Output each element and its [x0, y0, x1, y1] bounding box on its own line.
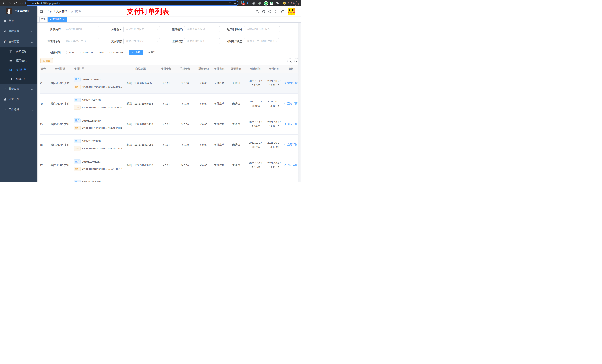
- font-size-icon[interactable]: [279, 7, 286, 16]
- chevron-down-icon: [215, 40, 217, 42]
- pay-order-line: 支付 4200001174202110278060590766: [74, 85, 124, 89]
- search-button[interactable]: 搜索: [129, 50, 143, 55]
- filter-callback-status-select[interactable]: 请选择订单回调商户状态: [244, 38, 279, 44]
- help-icon[interactable]: [267, 7, 273, 16]
- browser-reload-icon[interactable]: [14, 2, 17, 5]
- sidebar-item-system[interactable]: 系统管理: [0, 26, 37, 36]
- hamburger-icon[interactable]: [40, 10, 43, 13]
- filter-channel-code-select[interactable]: 请输入渠道编码: [184, 26, 220, 32]
- tab-pay-order[interactable]: 支付订单 ×: [48, 17, 67, 22]
- breadcrumb-section[interactable]: 支付管理: [56, 10, 67, 13]
- table-row[interactable]: 19 微信 JSAPI 支付 商户 1635311881440 支付 42000…: [40, 114, 298, 135]
- extension-y-icon[interactable]: y: [264, 1, 268, 6]
- filter-label-channel-code: 渠道编码: [164, 26, 183, 32]
- view-detail-link[interactable]: 查看详情: [284, 164, 298, 167]
- cell-id: 19: [40, 114, 49, 135]
- extension-gem-icon[interactable]: [246, 2, 249, 4]
- cell-notify: [226, 176, 247, 182]
- filter-pay-status-select[interactable]: 请选择支付状态: [123, 38, 160, 44]
- cell-id: 16: [40, 176, 49, 182]
- date-end[interactable]: 2021-10-31 23:59:59: [99, 51, 123, 54]
- cell-title: 标题：1635311823086: [124, 135, 157, 155]
- cell-order: 商户 1635311468233 支付 42000011942021102767…: [71, 155, 124, 176]
- extension-flag-icon[interactable]: [270, 2, 273, 5]
- close-tab-icon[interactable]: ×: [63, 18, 65, 21]
- site-info-icon[interactable]: [28, 2, 30, 4]
- filter-merchant-order-no-input[interactable]: 请输入商户订单编号: [244, 26, 280, 32]
- sidebar-item-workflow[interactable]: 工作流程: [0, 104, 37, 115]
- filter-date-range-input[interactable]: 2021-10-01 00:00:00 - 2021-10-31 23:59:5…: [63, 50, 128, 55]
- browser-update-button[interactable]: 更新: [288, 1, 297, 6]
- sidebar-item-payment[interactable]: ¥ 支付管理: [0, 36, 37, 47]
- view-detail-link[interactable]: 查看详情: [284, 143, 298, 146]
- profile-emoji-icon[interactable]: [283, 2, 286, 5]
- table-row[interactable]: 20 微信 JSAPI 支付 商户 1635311949168 支付 42000…: [40, 94, 298, 114]
- cell-notify: 未通知: [226, 135, 247, 155]
- sidebar-item-home[interactable]: 首页: [0, 16, 37, 26]
- col-header-actions: 操作: [284, 65, 298, 73]
- sidebar-logo[interactable]: 芋道管理系统: [0, 7, 37, 16]
- export-button[interactable]: 导出: [40, 58, 53, 63]
- view-detail-link[interactable]: 查看详情: [284, 81, 298, 85]
- cell-fee: [176, 176, 194, 182]
- filter-channel-order-no-input[interactable]: 请输入渠道订单号: [63, 38, 99, 44]
- view-detail-link[interactable]: 查看详情: [284, 102, 298, 105]
- col-header-fee: 手续金额: [176, 65, 194, 73]
- extension-command-icon[interactable]: ⌘: [252, 2, 255, 5]
- browser-back-icon[interactable]: [2, 2, 5, 5]
- scrollbar-gutter[interactable]: [298, 22, 301, 182]
- sidebar-item-infrastructure[interactable]: 基础设施: [0, 84, 37, 94]
- cell-actions: 查看详情: [284, 135, 298, 155]
- breadcrumb-current: 支付订单: [71, 10, 81, 13]
- header-search-icon[interactable]: [254, 7, 260, 16]
- sidebar-item-dev-tools[interactable]: 研发工具: [0, 94, 37, 104]
- merchant-order-no: 1635311468233: [82, 160, 100, 163]
- merchant-tag: 商户: [74, 180, 81, 182]
- sidebar-item-refund-order[interactable]: 退款订单: [0, 74, 37, 84]
- table-row[interactable]: 21 微信 JSAPI 支付 商户 1635312124657 支付 42000…: [40, 73, 298, 94]
- chevron-down-icon: [275, 40, 277, 42]
- reset-button[interactable]: 重置: [145, 50, 158, 55]
- sidebar-item-pay-order[interactable]: 支付订单: [0, 65, 37, 74]
- browser-forward-icon[interactable]: [8, 2, 11, 5]
- view-detail-link[interactable]: 查看详情: [284, 123, 298, 126]
- app-root: localhost:1024/pay/order 10 ⌘ y: [0, 0, 301, 182]
- sidebar-item-merchant-info[interactable]: 商户信息: [0, 47, 37, 56]
- browser-home-icon[interactable]: [20, 2, 23, 5]
- cell-order: 商户 1635311881440 支付 42000011732021102728…: [71, 114, 124, 135]
- fullscreen-icon[interactable]: [273, 7, 279, 16]
- date-start[interactable]: 2021-10-01 00:00:00: [69, 51, 93, 54]
- browser-menu-icon[interactable]: [298, 2, 299, 5]
- url-bar[interactable]: localhost:1024/pay/order: [25, 0, 238, 6]
- merchant-order-line: 商户 1635311949168: [74, 98, 124, 102]
- tab-home[interactable]: 首页: [39, 17, 48, 22]
- sidebar: 芋道管理系统 首页 系统管理: [0, 7, 37, 182]
- tab-label: 首页: [41, 18, 46, 21]
- chevron-down-icon: [31, 98, 33, 100]
- chevron-down-icon: [31, 88, 33, 90]
- tab-label: 支付订单: [53, 18, 62, 21]
- cell-notify: 未通知: [226, 94, 247, 114]
- table-row[interactable]: 17 微信 JSAPI 支付 商户 1635311468233 支付 42000…: [40, 155, 298, 176]
- filter-merchant-select[interactable]: 请选择所属商户: [63, 26, 99, 32]
- github-icon[interactable]: [260, 7, 267, 16]
- pay-tag: 支付: [74, 146, 81, 151]
- share-icon[interactable]: [229, 2, 231, 4]
- filter-app-select[interactable]: 请选择应用信息: [123, 26, 160, 32]
- extensions-puzzle-icon[interactable]: [276, 2, 279, 5]
- cell-paid-time: 2021-10-2713:22:15: [264, 73, 284, 94]
- extension-dot-icon[interactable]: [258, 2, 261, 5]
- user-avatar[interactable]: [288, 8, 299, 15]
- bookmark-star-icon[interactable]: [234, 2, 236, 4]
- table-row[interactable]: 16 微信 JSAPI 支付 商户 1635311351726 支付: [40, 176, 298, 182]
- breadcrumb-home[interactable]: 首页: [47, 10, 52, 13]
- extension-tabs-icon[interactable]: 10: [241, 1, 245, 6]
- filter-refund-status-select[interactable]: 请选择退款状态: [184, 38, 220, 44]
- pay-order-no: 4200001173202110272847982104: [82, 126, 122, 129]
- cell-actions: [284, 176, 298, 182]
- view-detail-label: 查看详情: [287, 81, 298, 85]
- sidebar-item-app-info[interactable]: 应用信息: [0, 56, 37, 65]
- table-row[interactable]: 18 微信 JSAPI 支付 商户 1635311823086 支付 42000…: [40, 135, 298, 155]
- show-search-toggle-icon[interactable]: [287, 58, 292, 63]
- cell-fee: ¥ 0.00: [176, 94, 194, 114]
